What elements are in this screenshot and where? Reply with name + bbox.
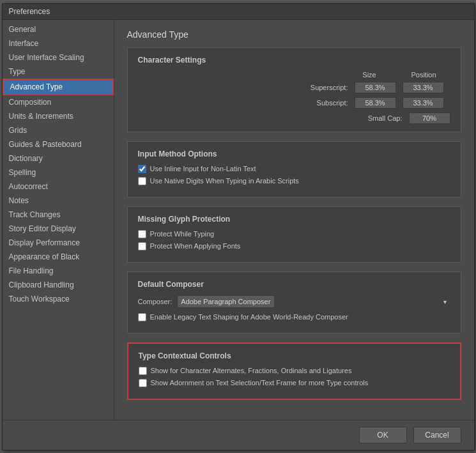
col-size-header: Size: [346, 71, 394, 79]
input-method-panel: Input Method Options Use Inline Input fo…: [127, 141, 461, 197]
superscript-size-input[interactable]: [355, 82, 396, 93]
protect-typing-row: Protect While Typing: [138, 230, 450, 238]
small-cap-label: Small Cap:: [138, 114, 409, 122]
protect-fonts-checkbox[interactable]: [138, 242, 146, 250]
legacy-shaping-row: Enable Legacy Text Shaping for Adobe Wor…: [138, 313, 450, 321]
sidebar-item-autocorrect[interactable]: Autocorrect: [3, 180, 114, 194]
small-cap-size-input[interactable]: [409, 112, 450, 124]
missing-glyph-panel: Missing Glyph Protection Protect While T…: [127, 206, 461, 263]
show-adornment-label: Show Adornment on Text Selection/Text Fr…: [151, 379, 369, 387]
composer-row: Composer: Adobe Paragraph Composer Adobe…: [138, 295, 450, 308]
cancel-button[interactable]: Cancel: [413, 427, 461, 443]
sidebar-item-dictionary[interactable]: Dictionary: [3, 151, 114, 165]
subscript-size-input[interactable]: [355, 97, 396, 109]
sidebar-item-track-changes[interactable]: Track Changes: [3, 208, 114, 222]
legacy-shaping-checkbox[interactable]: [138, 313, 146, 321]
native-digits-label: Use Native Digits When Typing in Arabic …: [150, 177, 299, 185]
sidebar-item-advanced-type[interactable]: Advanced Type: [3, 79, 114, 95]
show-alternates-row: Show for Character Alternates, Fractions…: [139, 367, 450, 375]
inline-input-checkbox[interactable]: [138, 165, 146, 173]
sidebar-item-grids[interactable]: Grids: [3, 123, 114, 137]
char-header: Size Position: [138, 71, 450, 79]
show-adornment-row: Show Adornment on Text Selection/Text Fr…: [139, 379, 450, 387]
page-title: Advanced Type: [127, 29, 461, 40]
superscript-row: Superscript:: [138, 82, 450, 93]
dialog-content: GeneralInterfaceUser Interface ScalingTy…: [3, 20, 474, 420]
col-position-header: Position: [400, 71, 448, 79]
small-cap-row: Small Cap:: [138, 112, 450, 124]
title-bar: Preferences: [3, 4, 474, 20]
sidebar: GeneralInterfaceUser Interface ScalingTy…: [3, 20, 114, 420]
default-composer-panel: Default Composer Composer: Adobe Paragra…: [127, 272, 461, 334]
subscript-label: Subscript:: [138, 99, 355, 107]
native-digits-checkbox[interactable]: [138, 177, 146, 185]
sidebar-item-general[interactable]: General: [3, 22, 114, 36]
sidebar-item-appearance-of-black[interactable]: Appearance of Black: [3, 250, 114, 264]
sidebar-item-file-handling[interactable]: File Handling: [3, 264, 114, 278]
superscript-position-input[interactable]: [403, 82, 444, 93]
contextual-controls-title: Type Contextual Controls: [139, 351, 450, 360]
subscript-row: Subscript:: [138, 97, 450, 109]
sidebar-item-user-interface-scaling[interactable]: User Interface Scaling: [3, 50, 114, 65]
sidebar-item-spelling[interactable]: Spelling: [3, 165, 114, 180]
protect-typing-checkbox[interactable]: [138, 230, 146, 238]
default-composer-title: Default Composer: [138, 280, 450, 289]
legacy-shaping-label: Enable Legacy Text Shaping for Adobe Wor…: [150, 313, 348, 321]
composer-select-wrapper: Adobe Paragraph Composer Adobe Single-li…: [177, 295, 450, 308]
superscript-label: Superscript:: [138, 84, 355, 91]
composer-select[interactable]: Adobe Paragraph Composer Adobe Single-li…: [177, 295, 275, 308]
ok-button[interactable]: OK: [359, 427, 407, 443]
input-method-title: Input Method Options: [138, 150, 450, 158]
missing-glyph-title: Missing Glyph Protection: [138, 215, 450, 224]
sidebar-item-composition[interactable]: Composition: [3, 95, 114, 109]
native-digits-row: Use Native Digits When Typing in Arabic …: [138, 177, 450, 185]
show-adornment-checkbox[interactable]: [139, 379, 147, 387]
footer: OK Cancel: [3, 420, 474, 450]
sidebar-item-interface[interactable]: Interface: [3, 36, 114, 50]
sidebar-item-touch-workspace[interactable]: Touch Workspace: [3, 292, 114, 306]
dialog-title: Preferences: [9, 7, 50, 16]
show-alternates-checkbox[interactable]: [139, 367, 147, 375]
sidebar-item-units--increments[interactable]: Units & Increments: [3, 109, 114, 123]
sidebar-item-clipboard-handling[interactable]: Clipboard Handling: [3, 278, 114, 292]
main-panel: Advanced Type Character Settings Size Po…: [114, 20, 474, 420]
preferences-dialog: Preferences GeneralInterfaceUser Interfa…: [2, 3, 475, 450]
sidebar-item-notes[interactable]: Notes: [3, 194, 114, 208]
character-settings-title: Character Settings: [138, 56, 450, 65]
contextual-controls-panel: Type Contextual Controls Show for Charac…: [127, 342, 461, 400]
sidebar-item-guides--pasteboard[interactable]: Guides & Pasteboard: [3, 137, 114, 151]
protect-typing-label: Protect While Typing: [150, 230, 215, 238]
show-alternates-label: Show for Character Alternates, Fractions…: [151, 367, 352, 374]
sidebar-item-story-editor-display[interactable]: Story Editor Display: [3, 222, 114, 236]
sidebar-item-display-performance[interactable]: Display Performance: [3, 236, 114, 250]
character-settings-panel: Character Settings Size Position Supersc…: [127, 47, 461, 132]
protect-fonts-label: Protect When Applying Fonts: [150, 242, 241, 250]
composer-label: Composer:: [138, 298, 173, 305]
subscript-position-input[interactable]: [403, 97, 444, 109]
inline-input-label: Use Inline Input for Non-Latin Text: [150, 165, 256, 173]
sidebar-item-type[interactable]: Type: [3, 65, 114, 79]
protect-fonts-row: Protect When Applying Fonts: [138, 242, 450, 250]
inline-input-row: Use Inline Input for Non-Latin Text: [138, 165, 450, 173]
